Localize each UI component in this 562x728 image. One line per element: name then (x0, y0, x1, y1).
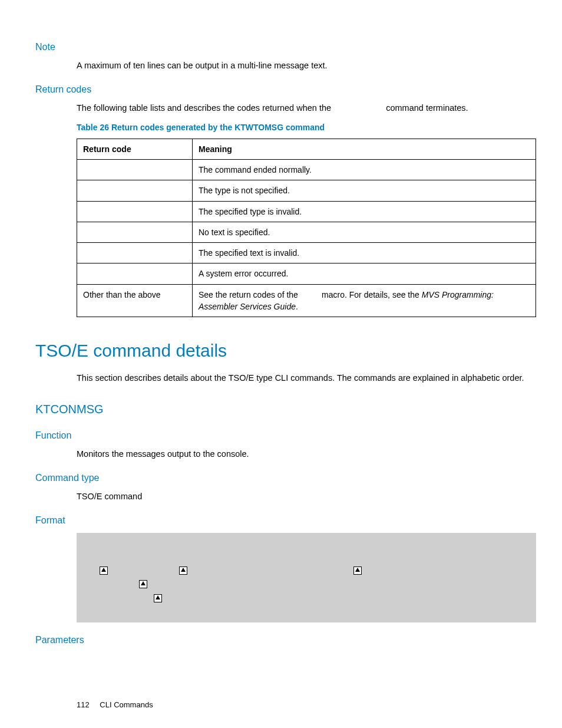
cmdtype-text: TSO/E command (77, 490, 527, 503)
page-number: 112 (77, 700, 90, 711)
meaning-period: . (296, 302, 298, 311)
return-codes-heading: Return codes (35, 83, 527, 96)
cell-code (77, 180, 193, 201)
function-text: Monitors the messages output to the cons… (77, 448, 527, 460)
note-text: A maximum of ten lines can be output in … (77, 60, 527, 72)
table-caption: Table 26 Return codes generated by the K… (77, 121, 527, 133)
cell-code (77, 263, 193, 284)
parameters-heading: Parameters (35, 633, 527, 647)
cell-meaning: A system error occurred. (193, 263, 536, 284)
cell-code (77, 201, 193, 222)
format-line-blank (88, 549, 524, 564)
triangle-icon (179, 566, 187, 575)
format-line (88, 578, 524, 592)
rc-intro-a: The following table lists and describes … (77, 103, 333, 113)
note-heading: Note (35, 40, 527, 54)
cell-code (77, 160, 193, 180)
cell-meaning: The specified type is invalid. (193, 201, 536, 222)
format-line (88, 592, 524, 606)
format-heading: Format (35, 513, 527, 527)
table-header-row: Return code Meaning (77, 139, 536, 159)
format-line (88, 564, 524, 578)
cell-meaning: No text is specified. (193, 222, 536, 242)
tsoe-intro: This section describes details about the… (77, 372, 527, 384)
meaning-gap: WTO (300, 290, 319, 299)
cell-code: Other than the above (77, 284, 193, 317)
footer-section: CLI Commands (100, 700, 153, 709)
meaning-a: See the return codes of the (199, 290, 300, 299)
page-footer: 112 CLI Commands (77, 700, 527, 711)
cell-meaning: The type is not specified. (193, 180, 536, 201)
cell-meaning: The command ended normally. (193, 160, 536, 180)
table-row: The specified text is invalid. (77, 243, 536, 263)
tsoe-heading: TSO/E command details (35, 338, 527, 364)
table-row: The command ended normally. (77, 160, 536, 180)
table-row: No text is specified. (77, 222, 536, 242)
table-row: The type is not specified. (77, 180, 536, 201)
table-row-last: Other than the above See the return code… (77, 284, 536, 317)
triangle-icon (353, 566, 362, 575)
ktconmsg-heading: KTCONMSG (35, 401, 527, 418)
format-block (77, 533, 536, 622)
meaning-b: macro. For details, see the (319, 290, 422, 299)
th-meaning: Meaning (193, 139, 536, 159)
table-row: The specified type is invalid. (77, 201, 536, 222)
cell-code (77, 243, 193, 263)
rc-intro-b: command terminates. (386, 103, 468, 113)
return-codes-table: Return code Meaning The command ended no… (77, 139, 536, 318)
cell-meaning: See the return codes of the WTO macro. F… (193, 284, 536, 317)
triangle-icon (154, 594, 162, 602)
triangle-icon (100, 566, 108, 575)
function-heading: Function (35, 429, 527, 442)
rc-intro-gap: KTWTOMSG (333, 103, 384, 113)
return-codes-intro: The following table lists and describes … (77, 102, 527, 114)
cell-meaning: The specified text is invalid. (193, 243, 536, 263)
cmdtype-heading: Command type (35, 471, 527, 485)
table-row: A system error occurred. (77, 263, 536, 284)
th-code: Return code (77, 139, 193, 159)
triangle-icon (139, 580, 147, 588)
cell-code (77, 222, 193, 242)
